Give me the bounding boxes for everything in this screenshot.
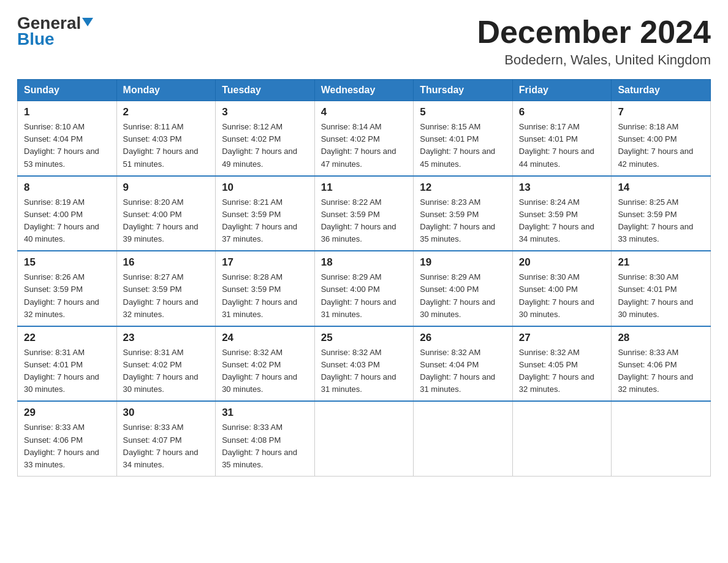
calendar-table: SundayMondayTuesdayWednesdayThursdayFrid… bbox=[17, 79, 711, 477]
day-info: Sunrise: 8:33 AMSunset: 4:06 PMDaylight:… bbox=[24, 421, 110, 471]
day-number: 22 bbox=[24, 332, 110, 344]
day-info: Sunrise: 8:19 AMSunset: 4:00 PMDaylight:… bbox=[24, 196, 110, 246]
day-info: Sunrise: 8:17 AMSunset: 4:01 PMDaylight:… bbox=[519, 121, 605, 170]
day-info: Sunrise: 8:30 AMSunset: 4:00 PMDaylight:… bbox=[519, 271, 605, 321]
calendar-cell: 25Sunrise: 8:32 AMSunset: 4:03 PMDayligh… bbox=[314, 326, 414, 402]
page-header: General Blue December 2024 Bodedern, Wal… bbox=[17, 15, 711, 68]
day-number: 31 bbox=[222, 407, 308, 419]
day-info: Sunrise: 8:32 AMSunset: 4:03 PMDaylight:… bbox=[321, 347, 408, 396]
day-info: Sunrise: 8:15 AMSunset: 4:01 PMDaylight:… bbox=[420, 121, 506, 170]
day-number: 27 bbox=[519, 332, 605, 344]
day-info: Sunrise: 8:27 AMSunset: 3:59 PMDaylight:… bbox=[123, 271, 210, 321]
day-number: 25 bbox=[321, 332, 408, 344]
day-number: 28 bbox=[618, 332, 704, 344]
calendar-cell: 23Sunrise: 8:31 AMSunset: 4:02 PMDayligh… bbox=[116, 326, 216, 402]
calendar-cell: 29Sunrise: 8:33 AMSunset: 4:06 PMDayligh… bbox=[18, 401, 117, 476]
calendar-cell: 1Sunrise: 8:10 AMSunset: 4:04 PMDaylight… bbox=[18, 101, 117, 176]
day-info: Sunrise: 8:21 AMSunset: 3:59 PMDaylight:… bbox=[222, 196, 308, 246]
month-title: December 2024 bbox=[477, 15, 711, 50]
calendar-cell: 22Sunrise: 8:31 AMSunset: 4:01 PMDayligh… bbox=[18, 326, 117, 402]
day-info: Sunrise: 8:22 AMSunset: 3:59 PMDaylight:… bbox=[321, 196, 408, 246]
calendar-cell: 6Sunrise: 8:17 AMSunset: 4:01 PMDaylight… bbox=[512, 101, 612, 176]
calendar-cell: 14Sunrise: 8:25 AMSunset: 3:59 PMDayligh… bbox=[612, 176, 711, 251]
day-number: 16 bbox=[123, 256, 210, 269]
calendar-cell: 16Sunrise: 8:27 AMSunset: 3:59 PMDayligh… bbox=[116, 251, 216, 326]
calendar-week-row: 8Sunrise: 8:19 AMSunset: 4:00 PMDaylight… bbox=[18, 176, 711, 251]
day-number: 2 bbox=[123, 106, 210, 118]
title-block: December 2024 Bodedern, Wales, United Ki… bbox=[477, 15, 711, 68]
day-info: Sunrise: 8:30 AMSunset: 4:01 PMDaylight:… bbox=[618, 271, 704, 321]
calendar-header-sunday: Sunday bbox=[18, 80, 117, 101]
day-number: 24 bbox=[222, 332, 308, 344]
calendar-cell: 15Sunrise: 8:26 AMSunset: 3:59 PMDayligh… bbox=[18, 251, 117, 326]
day-info: Sunrise: 8:31 AMSunset: 4:02 PMDaylight:… bbox=[123, 347, 210, 396]
logo-blue: Blue bbox=[17, 29, 55, 49]
day-number: 26 bbox=[420, 332, 506, 344]
calendar-cell: 9Sunrise: 8:20 AMSunset: 4:00 PMDaylight… bbox=[116, 176, 216, 251]
day-info: Sunrise: 8:32 AMSunset: 4:05 PMDaylight:… bbox=[519, 347, 605, 396]
logo-triangle-icon bbox=[82, 18, 93, 26]
day-number: 19 bbox=[420, 256, 506, 269]
day-info: Sunrise: 8:20 AMSunset: 4:00 PMDaylight:… bbox=[123, 196, 210, 246]
day-info: Sunrise: 8:29 AMSunset: 4:00 PMDaylight:… bbox=[420, 271, 506, 321]
calendar-cell: 17Sunrise: 8:28 AMSunset: 3:59 PMDayligh… bbox=[216, 251, 315, 326]
calendar-cell: 26Sunrise: 8:32 AMSunset: 4:04 PMDayligh… bbox=[414, 326, 513, 402]
day-info: Sunrise: 8:29 AMSunset: 4:00 PMDaylight:… bbox=[321, 271, 408, 321]
calendar-cell: 28Sunrise: 8:33 AMSunset: 4:06 PMDayligh… bbox=[612, 326, 711, 402]
day-info: Sunrise: 8:32 AMSunset: 4:04 PMDaylight:… bbox=[420, 347, 506, 396]
day-info: Sunrise: 8:33 AMSunset: 4:07 PMDaylight:… bbox=[123, 421, 210, 471]
calendar-week-row: 29Sunrise: 8:33 AMSunset: 4:06 PMDayligh… bbox=[18, 401, 711, 476]
calendar-header-thursday: Thursday bbox=[414, 80, 513, 101]
day-number: 10 bbox=[222, 182, 308, 194]
calendar-header-friday: Friday bbox=[512, 80, 612, 101]
calendar-header-monday: Monday bbox=[116, 80, 216, 101]
calendar-week-row: 22Sunrise: 8:31 AMSunset: 4:01 PMDayligh… bbox=[18, 326, 711, 402]
day-info: Sunrise: 8:33 AMSunset: 4:08 PMDaylight:… bbox=[222, 421, 308, 471]
calendar-cell: 8Sunrise: 8:19 AMSunset: 4:00 PMDaylight… bbox=[18, 176, 117, 251]
calendar-cell: 18Sunrise: 8:29 AMSunset: 4:00 PMDayligh… bbox=[314, 251, 414, 326]
calendar-cell: 13Sunrise: 8:24 AMSunset: 3:59 PMDayligh… bbox=[512, 176, 612, 251]
day-info: Sunrise: 8:32 AMSunset: 4:02 PMDaylight:… bbox=[222, 347, 308, 396]
calendar-header-wednesday: Wednesday bbox=[314, 80, 414, 101]
day-number: 5 bbox=[420, 106, 506, 118]
calendar-cell: 12Sunrise: 8:23 AMSunset: 3:59 PMDayligh… bbox=[414, 176, 513, 251]
day-info: Sunrise: 8:31 AMSunset: 4:01 PMDaylight:… bbox=[24, 347, 110, 396]
calendar-cell: 7Sunrise: 8:18 AMSunset: 4:00 PMDaylight… bbox=[612, 101, 711, 176]
day-info: Sunrise: 8:25 AMSunset: 3:59 PMDaylight:… bbox=[618, 196, 704, 246]
day-number: 12 bbox=[420, 182, 506, 194]
logo: General Blue bbox=[17, 15, 93, 49]
calendar-cell: 27Sunrise: 8:32 AMSunset: 4:05 PMDayligh… bbox=[512, 326, 612, 402]
calendar-cell bbox=[314, 401, 414, 476]
day-info: Sunrise: 8:28 AMSunset: 3:59 PMDaylight:… bbox=[222, 271, 308, 321]
calendar-cell: 20Sunrise: 8:30 AMSunset: 4:00 PMDayligh… bbox=[512, 251, 612, 326]
day-info: Sunrise: 8:14 AMSunset: 4:02 PMDaylight:… bbox=[321, 121, 408, 170]
calendar-cell: 30Sunrise: 8:33 AMSunset: 4:07 PMDayligh… bbox=[116, 401, 216, 476]
day-number: 18 bbox=[321, 256, 408, 269]
calendar-week-row: 15Sunrise: 8:26 AMSunset: 3:59 PMDayligh… bbox=[18, 251, 711, 326]
day-number: 20 bbox=[519, 256, 605, 269]
day-info: Sunrise: 8:10 AMSunset: 4:04 PMDaylight:… bbox=[24, 121, 110, 170]
day-info: Sunrise: 8:26 AMSunset: 3:59 PMDaylight:… bbox=[24, 271, 110, 321]
day-number: 3 bbox=[222, 106, 308, 118]
day-info: Sunrise: 8:18 AMSunset: 4:00 PMDaylight:… bbox=[618, 121, 704, 170]
day-info: Sunrise: 8:11 AMSunset: 4:03 PMDaylight:… bbox=[123, 121, 210, 170]
day-number: 4 bbox=[321, 106, 408, 118]
day-number: 13 bbox=[519, 182, 605, 194]
calendar-cell bbox=[512, 401, 612, 476]
day-number: 14 bbox=[618, 182, 704, 194]
day-info: Sunrise: 8:33 AMSunset: 4:06 PMDaylight:… bbox=[618, 347, 704, 396]
day-number: 30 bbox=[123, 407, 210, 419]
calendar-cell: 5Sunrise: 8:15 AMSunset: 4:01 PMDaylight… bbox=[414, 101, 513, 176]
calendar-header-row: SundayMondayTuesdayWednesdayThursdayFrid… bbox=[18, 80, 711, 101]
day-number: 21 bbox=[618, 256, 704, 269]
day-number: 23 bbox=[123, 332, 210, 344]
location-title: Bodedern, Wales, United Kingdom bbox=[477, 52, 711, 68]
day-number: 17 bbox=[222, 256, 308, 269]
calendar-cell: 4Sunrise: 8:14 AMSunset: 4:02 PMDaylight… bbox=[314, 101, 414, 176]
calendar-cell: 31Sunrise: 8:33 AMSunset: 4:08 PMDayligh… bbox=[216, 401, 315, 476]
calendar-cell: 11Sunrise: 8:22 AMSunset: 3:59 PMDayligh… bbox=[314, 176, 414, 251]
day-number: 11 bbox=[321, 182, 408, 194]
day-info: Sunrise: 8:12 AMSunset: 4:02 PMDaylight:… bbox=[222, 121, 308, 170]
calendar-cell: 19Sunrise: 8:29 AMSunset: 4:00 PMDayligh… bbox=[414, 251, 513, 326]
calendar-cell: 21Sunrise: 8:30 AMSunset: 4:01 PMDayligh… bbox=[612, 251, 711, 326]
